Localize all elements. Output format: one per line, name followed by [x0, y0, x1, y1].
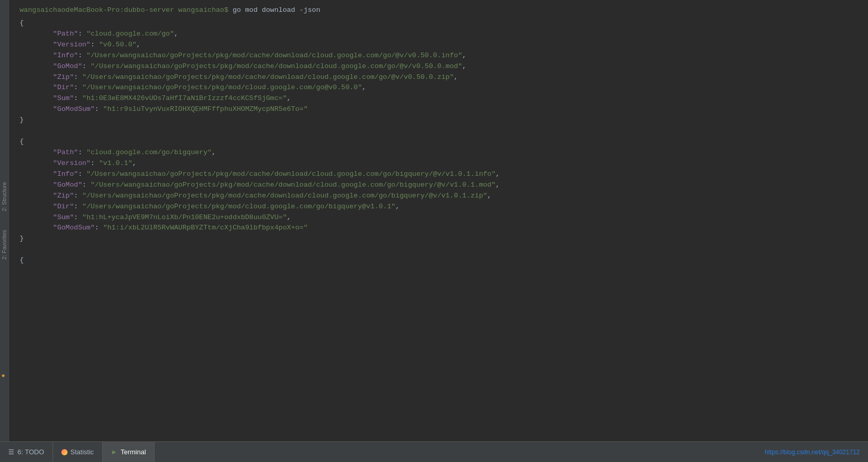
favorites-star-icon: ★: [1, 371, 5, 380]
json-field-line: "Zip": "/Users/wangsaichao/goProjects/pk…: [20, 72, 858, 83]
json-field-line: "Info": "/Users/wangsaichao/goProjects/p…: [20, 51, 858, 61]
structure-label[interactable]: 2: Structure: [0, 178, 9, 216]
json-field-line: "Sum": "h1:hL+ycaJpVE9M7nLoiXb/Pn10ENE2u…: [20, 212, 858, 223]
tab-statistic-label: Statistic: [71, 448, 94, 456]
prompt: wangsaichaodeMacBook-Pro:dubbo-server wa…: [20, 6, 228, 14]
json-field-line: "Version": "v0.50.0",: [20, 40, 858, 51]
json-open-brace: {: [20, 137, 858, 147]
tab-statistic[interactable]: Statistic: [53, 442, 103, 462]
side-panel: 2: Structure 2: Favorites ★: [0, 0, 9, 441]
json-trailing-brace: {: [20, 255, 858, 266]
json-field-line: "Sum": "h1:0E3eE8MX426vUOs7aHfI7aN1BrIzz…: [20, 93, 858, 104]
json-field-line: "Version": "v1.0.1",: [20, 158, 858, 169]
terminal-icon: ►: [111, 448, 118, 456]
main-content: 2: Structure 2: Favorites ★ wangsaichaod…: [0, 0, 868, 441]
json-open-brace: {: [20, 18, 858, 29]
url-link[interactable]: https://blog.csdn.net/qq_34021712: [765, 449, 868, 456]
json-field-line: "Path": "cloud.google.com/go/bigquery",: [20, 147, 858, 158]
json-spacer: [20, 126, 858, 137]
tab-terminal[interactable]: ► Terminal: [103, 442, 155, 462]
tab-terminal-label: Terminal: [121, 448, 146, 456]
json-field-line: "GoMod": "/Users/wangsaichao/goProjects/…: [20, 180, 858, 191]
favorites-label[interactable]: 2: Favorites: [0, 226, 9, 263]
command-value: go mod download -json: [232, 6, 320, 14]
command-line: wangsaichaodeMacBook-Pro:dubbo-server wa…: [20, 5, 858, 16]
bottom-tabs: ☰ 6: TODO Statistic ► Terminal: [0, 442, 155, 462]
json-field-line: "Dir": "/Users/wangsaichao/goProjects/pk…: [20, 82, 858, 93]
bottom-bar: ☰ 6: TODO Statistic ► Terminal https://b…: [0, 441, 868, 462]
json-spacer: [20, 244, 858, 255]
tab-todo[interactable]: ☰ 6: TODO: [0, 442, 53, 462]
json-field-line: "Dir": "/Users/wangsaichao/goProjects/pk…: [20, 202, 858, 212]
json-close-brace: }: [20, 115, 858, 126]
json-close-brace: }: [20, 234, 858, 244]
statistic-icon: [61, 449, 68, 455]
json-field-line: "GoModSum": "h1:r9sluTvynVuxRIOHXQEHMFff…: [20, 104, 858, 115]
terminal-area[interactable]: wangsaichaodeMacBook-Pro:dubbo-server wa…: [9, 0, 868, 441]
json-field-line: "GoModSum": "h1:i/xbL2UlR5RvWAURpBYZTtm/…: [20, 223, 858, 234]
tab-todo-label: 6: TODO: [18, 448, 44, 456]
json-field-line: "Zip": "/Users/wangsaichao/goProjects/pk…: [20, 191, 858, 202]
json-output: { "Path": "cloud.google.com/go", "Versio…: [20, 18, 858, 266]
json-field-line: "GoMod": "/Users/wangsaichao/goProjects/…: [20, 61, 858, 72]
json-field-line: "Info": "/Users/wangsaichao/goProjects/p…: [20, 169, 858, 180]
todo-icon: ☰: [8, 448, 14, 456]
json-field-line: "Path": "cloud.google.com/go",: [20, 29, 858, 40]
